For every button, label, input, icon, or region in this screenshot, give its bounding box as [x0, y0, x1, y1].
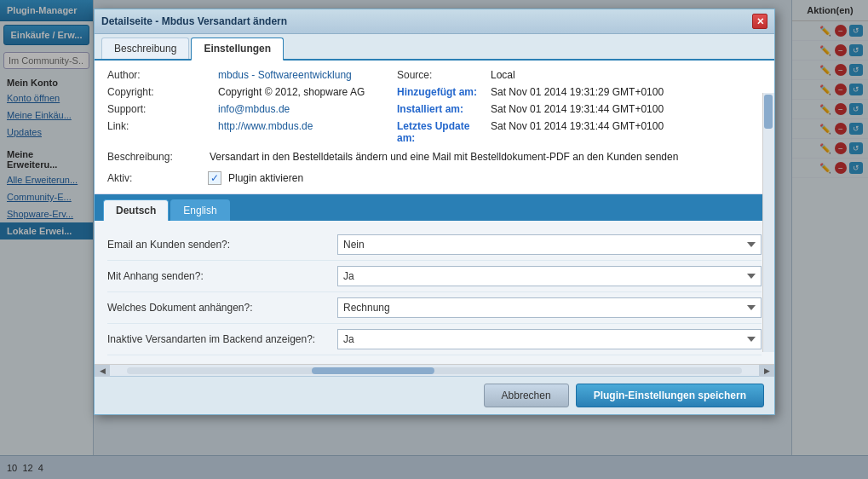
email-label: Email an Kunden senden?:	[107, 239, 329, 251]
dokument-label: Welches Dokument anhängen?:	[107, 302, 329, 314]
source-value: Local	[491, 69, 762, 81]
cancel-button[interactable]: Abbrechen	[484, 384, 569, 407]
lang-tab-deutsch[interactable]: Deutsch	[103, 199, 169, 221]
modal-title: Detailseite - Mbdus Versandart ändern	[101, 15, 287, 27]
modal-window: Detailseite - Mbdus Versandart ändern ✕ …	[94, 9, 775, 415]
anhang-label: Mit Anhang senden?:	[107, 270, 329, 282]
form-row-dokument: Welches Dokument anhängen?: Rechnung Lie…	[107, 292, 762, 324]
source-label: Source:	[397, 69, 482, 81]
inaktiv-select[interactable]: Ja Nein	[337, 329, 762, 349]
scrollbar-thumb	[764, 95, 773, 129]
link-value: http://www.mbdus.de	[218, 120, 388, 132]
horizontal-scrollbar[interactable]: ◀ ▶	[95, 364, 774, 376]
copyright-value: Copyright © 2012, shopware AG	[218, 86, 388, 98]
email-select[interactable]: Nein Ja	[337, 234, 762, 255]
form-row-email: Email an Kunden senden?: Nein Ja	[107, 229, 762, 261]
save-button[interactable]: Plugin-Einstellungen speichern	[576, 384, 764, 407]
installiert-value: Sat Nov 01 2014 19:31:44 GMT+0100	[491, 103, 762, 115]
anhang-select[interactable]: Ja Nein	[337, 266, 762, 286]
info-section: Author: mbdus - Softwareentwicklung Sour…	[95, 61, 774, 194]
language-tabs: Deutsch English	[95, 194, 774, 221]
modal-content: Author: mbdus - Softwareentwicklung Sour…	[95, 61, 774, 364]
modal-close-button[interactable]: ✕	[752, 14, 767, 29]
vertical-scrollbar[interactable]	[762, 93, 774, 352]
lang-tab-english[interactable]: English	[170, 199, 229, 221]
tab-beschreibung[interactable]: Beschreibung	[101, 38, 189, 59]
letztes-value: Sat Nov 01 2014 19:31:44 GMT+0100	[491, 120, 762, 132]
modal-footer: Abbrechen Plugin-Einstellungen speichern	[95, 376, 774, 414]
inaktiv-label: Inaktive Versandarten im Backend anzeige…	[107, 333, 329, 345]
modal-titlebar: Detailseite - Mbdus Versandart ändern ✕	[95, 9, 774, 34]
aktiv-row: Aktiv: ✓ Plugin aktivieren	[107, 171, 762, 185]
link-label: Link:	[107, 120, 210, 132]
scroll-thumb	[312, 367, 434, 374]
installiert-label: Installiert am:	[397, 103, 482, 115]
description-row: Beschreibung: Versandart in den Bestelld…	[107, 151, 762, 163]
letztes-label: Letztes Update am:	[397, 120, 482, 144]
beschreibung-label: Beschreibung:	[107, 151, 201, 163]
tab-einstellungen[interactable]: Einstellungen	[191, 38, 284, 61]
info-grid: Author: mbdus - Softwareentwicklung Sour…	[107, 69, 762, 144]
modal-body: Author: mbdus - Softwareentwicklung Sour…	[95, 61, 774, 364]
scroll-left-arrow[interactable]: ◀	[95, 365, 110, 377]
support-label: Support:	[107, 103, 210, 115]
modal-tabs: Beschreibung Einstellungen	[95, 34, 774, 61]
scroll-right-arrow[interactable]: ▶	[759, 365, 774, 377]
form-row-anhang: Mit Anhang senden?: Ja Nein	[107, 261, 762, 292]
author-value: mbdus - Softwareentwicklung	[218, 69, 388, 81]
hinzugefuegt-value: Sat Nov 01 2014 19:31:29 GMT+0100	[491, 86, 762, 98]
beschreibung-value: Versandart in den Bestelldetails ändern …	[210, 151, 678, 163]
plugin-active-text: Plugin aktivieren	[228, 172, 303, 184]
dokument-select[interactable]: Rechnung Lieferschein	[337, 297, 762, 318]
plugin-active-checkbox[interactable]: ✓	[208, 171, 221, 185]
settings-section: Email an Kunden senden?: Nein Ja Mit Anh…	[95, 221, 774, 364]
scroll-track	[127, 367, 742, 374]
form-row-inaktiv: Inaktive Versandarten im Backend anzeige…	[107, 324, 762, 355]
copyright-label: Copyright:	[107, 86, 210, 98]
support-value: info@mbdus.de	[218, 103, 388, 115]
hinzugefuegt-label: Hinzugefügt am:	[397, 86, 482, 98]
author-label: Author:	[107, 69, 210, 81]
aktiv-label: Aktiv:	[107, 172, 201, 184]
